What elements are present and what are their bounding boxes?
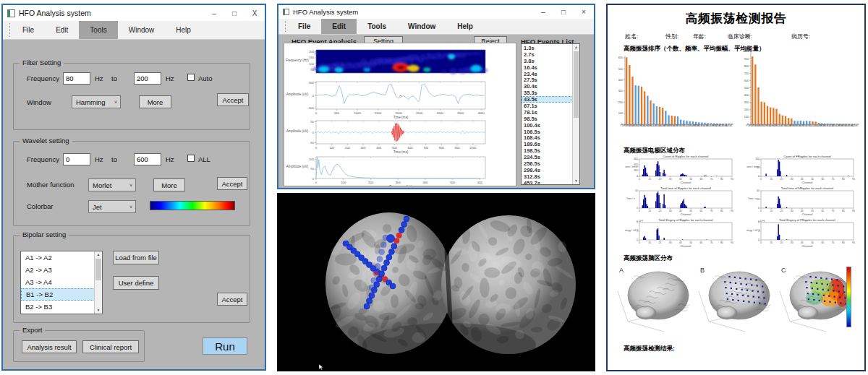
svg-text:Amplitude (uV): Amplitude (uV) (286, 92, 309, 96)
svg-text:60: 60 (699, 241, 702, 244)
scroll-down-icon[interactable]: ▼ (95, 307, 102, 314)
hfo-event-item[interactable]: 23.4s (522, 71, 571, 77)
svg-text:B: B (700, 267, 705, 274)
hfo-rank-chart-left: 0100200300400500600P4-P5P3-P4P5-P6B4-B5B… (612, 53, 736, 142)
wavelet-more-button[interactable]: More (153, 178, 185, 191)
menu-item-edit[interactable]: Edit (45, 21, 79, 39)
hfo-event-item[interactable]: 3.8s (522, 58, 571, 64)
hfo-events-listbox[interactable]: 1.3s2.7s3.8s16.4s23.4s27.5s30.4s35.3s43.… (521, 43, 580, 185)
load-from-file-button[interactable]: Load from file (113, 251, 159, 264)
scrollbar-thumb[interactable] (574, 51, 579, 118)
hfo-event-item[interactable]: 78.1s (522, 109, 571, 116)
hfo-event-item[interactable]: 2.7s (522, 51, 571, 58)
svg-text:80: 80 (842, 241, 845, 244)
window-function-select[interactable]: Hamming ˅ (72, 95, 121, 108)
hfo-event-item[interactable]: 298.4s (522, 167, 571, 173)
scroll-up-icon[interactable]: ▲ (95, 251, 102, 258)
svg-text:80: 80 (842, 210, 845, 212)
bipolar-list-item[interactable]: A2 -> A3 (21, 264, 102, 276)
svg-text:700: 700 (744, 72, 749, 75)
bipolar-listbox[interactable]: A1 -> A2A2 -> A3A3 -> A4B1 -> B2B2 -> B3… (20, 251, 103, 314)
hfo-event-item[interactable]: 1.3s (522, 45, 571, 51)
hfo-event-item[interactable]: 100.4s (522, 122, 571, 129)
svg-text:1000: 1000 (743, 50, 749, 53)
hfo-event-item[interactable]: 16.4s (522, 64, 571, 71)
menu-item-help[interactable]: Help (165, 21, 202, 39)
hfo-event-item[interactable]: 312.8s (522, 173, 571, 180)
hfo-event-item[interactable]: 189.6s (522, 141, 571, 147)
menu-item-window[interactable]: Window (397, 19, 446, 34)
menu-item-tools[interactable]: Tools (79, 21, 117, 39)
svg-text:60: 60 (821, 210, 824, 212)
bipolar-list-item[interactable]: B2 -> B3 (21, 301, 102, 313)
menu-item-file[interactable]: File (12, 21, 45, 39)
hfo-event-item[interactable]: 35.3s (522, 90, 571, 96)
filter-more-button[interactable]: More (139, 95, 171, 108)
menu-item-file[interactable]: File (287, 19, 321, 34)
minimize-button[interactable]: – (204, 9, 224, 17)
events-scrollbar[interactable]: ▲ ▼ (572, 44, 579, 184)
filter-freq-to-input[interactable] (134, 72, 161, 85)
wavelet-accept-button[interactable]: Accept (217, 177, 247, 190)
bipolar-list-item[interactable]: A3 -> A4 (21, 276, 102, 288)
svg-text:Frequency (Hz): Frequency (Hz) (286, 59, 309, 62)
mini-channel-chart: Count of Ripples for each channel0200400… (625, 154, 735, 185)
minimize-button[interactable]: – (533, 8, 553, 16)
filter-accept-button[interactable]: Accept (217, 93, 249, 106)
analysis-result-button[interactable]: Analysis result (22, 340, 77, 353)
run-button[interactable]: Run (203, 337, 247, 355)
hfo-event-item[interactable]: 168.4s (522, 134, 571, 141)
hfo-event-item[interactable]: 106.5s (522, 129, 571, 135)
close-button[interactable]: X (244, 9, 265, 17)
svg-text:Energy / uV^2: Energy / uV^2 (625, 229, 639, 232)
wavelet-freq-to-input[interactable] (134, 153, 161, 165)
brain-3d-viewport[interactable] (277, 193, 595, 371)
hfo-event-item[interactable]: 98.5s (522, 116, 571, 122)
hfo-event-item[interactable]: 198.5s (522, 147, 571, 154)
jet-colorbar-preview (150, 201, 235, 210)
hfo-event-item[interactable]: 67.1s (522, 103, 571, 109)
mother-function-select[interactable]: Morlet ˅ (88, 178, 136, 191)
colorbar-value: Jet (93, 203, 102, 211)
svg-text:100: 100 (329, 146, 335, 150)
scrollbar-thumb[interactable] (95, 259, 101, 280)
svg-text:400: 400 (422, 181, 428, 184)
all-checkbox[interactable] (187, 155, 195, 162)
hfo-event-item[interactable]: 453.7s (522, 180, 571, 185)
hfo-event-item[interactable]: 30.4s (522, 83, 571, 90)
svg-text:0: 0 (315, 181, 318, 184)
bipolar-list-item[interactable]: A1 -> A2 (21, 251, 102, 264)
menu-item-window[interactable]: Window (118, 21, 166, 39)
wavelet-freq-from-input[interactable] (63, 153, 90, 165)
hfo-event-item[interactable]: 256.5s (522, 160, 571, 167)
menu-gripper (281, 21, 286, 32)
filter-freq-from-input[interactable] (63, 72, 90, 85)
user-define-button[interactable]: User define (113, 276, 159, 290)
hfo-event-item[interactable]: 27.5s (522, 77, 571, 83)
menu-item-edit[interactable]: Edit (321, 19, 357, 34)
auto-checkbox[interactable] (187, 74, 195, 81)
maximize-button[interactable]: □ (224, 9, 244, 17)
bipolar-accept-button[interactable]: Accept (217, 293, 247, 306)
bipolar-list-item[interactable]: B1 -> B2 (21, 288, 102, 301)
svg-text:90: 90 (852, 178, 855, 181)
hfo-event-item[interactable]: 43.5s (522, 96, 571, 103)
bipolar-scrollbar[interactable]: ▲▼ (94, 251, 102, 314)
close-button[interactable]: × (574, 8, 594, 16)
svg-text:400: 400 (618, 79, 623, 82)
svg-text:900: 900 (744, 58, 749, 61)
menu-item-help[interactable]: Help (446, 19, 484, 34)
menu-item-tools[interactable]: Tools (357, 19, 397, 34)
hfo-event-item[interactable]: 224.5s (522, 154, 571, 160)
maximize-button[interactable]: □ (553, 8, 574, 16)
scroll-up-icon[interactable]: ▲ (573, 44, 579, 51)
hz-label: Hz (95, 74, 103, 82)
svg-text:30: 30 (791, 178, 793, 181)
colorbar-select[interactable]: Jet ˅ (88, 200, 136, 213)
svg-text:0: 0 (312, 94, 315, 98)
svg-text:60: 60 (821, 241, 824, 244)
scroll-down-icon[interactable]: ▼ (573, 178, 579, 184)
clinical-report-button[interactable]: Clinical report (82, 340, 139, 353)
svg-text:300: 300 (618, 90, 623, 92)
svg-text:Energy / uV^2: Energy / uV^2 (746, 229, 760, 232)
